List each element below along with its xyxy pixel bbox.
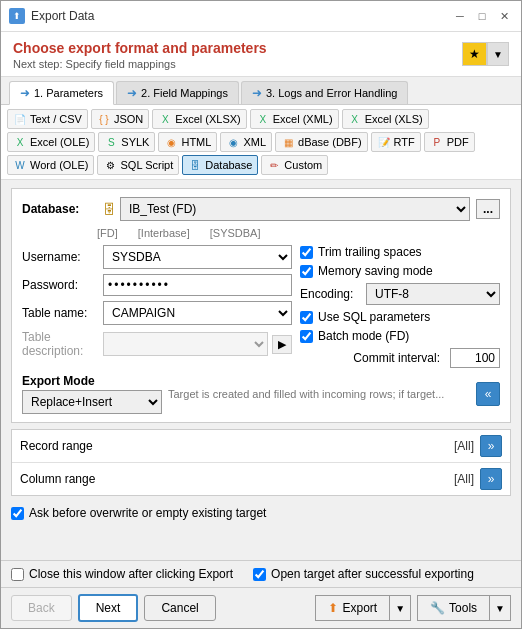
maximize-button[interactable]: □ (473, 7, 491, 25)
format-excel-ole-label: Excel (OLE) (30, 136, 89, 148)
tab-logs[interactable]: ➜ 3. Logs and Error Handling (241, 81, 408, 104)
open-target-checkbox[interactable] (253, 568, 266, 581)
format-excel-xls[interactable]: X Excel (XLS) (342, 109, 429, 129)
column-range-row: Column range [All] » (12, 463, 510, 495)
record-range-label: Record range (20, 439, 454, 453)
rtf-icon: 📝 (377, 135, 391, 149)
json-icon: { } (97, 112, 111, 126)
favorite-dropdown-button[interactable]: ▼ (487, 42, 509, 66)
encoding-select[interactable]: UTF-8 (366, 283, 500, 305)
ask-overwrite-checkbox[interactable] (11, 507, 24, 520)
excel-ole-icon: X (13, 135, 27, 149)
batch-mode-label: Batch mode (FD) (318, 329, 409, 343)
bottom-checkboxes: Close this window after clicking Export … (1, 560, 521, 587)
format-xml-label: XML (243, 136, 266, 148)
db-hint-sysdba: [SYSDBA] (210, 227, 261, 239)
format-json[interactable]: { } JSON (91, 109, 149, 129)
encoding-label: Encoding: (300, 287, 360, 301)
encoding-row: Encoding: UTF-8 (300, 283, 500, 305)
commit-interval-input[interactable] (450, 348, 500, 368)
tab-arrow-icon: ➜ (20, 86, 30, 100)
tab-field-mappings[interactable]: ➜ 2. Field Mappings (116, 81, 239, 104)
xml-icon: ◉ (226, 135, 240, 149)
database-row: Database: 🗄 IB_Test (FD) ... (22, 197, 500, 221)
format-database[interactable]: 🗄 Database (182, 155, 258, 175)
close-button[interactable]: ✕ (495, 7, 513, 25)
tabledesc-select[interactable] (103, 332, 268, 356)
commit-interval-row: Commit interval: (300, 348, 500, 368)
tabledesc-nav-button[interactable]: ▶ (272, 335, 292, 354)
tab-arrow-icon-3: ➜ (252, 86, 262, 100)
tab-field-mappings-label: 2. Field Mappings (141, 87, 228, 99)
commit-interval-label: Commit interval: (300, 351, 444, 365)
export-mode-label: Export Mode (22, 374, 162, 388)
export-label: Export (342, 601, 377, 615)
username-select[interactable]: SYSDBA (103, 245, 292, 269)
database-dots-button[interactable]: ... (476, 199, 500, 219)
tablename-select[interactable]: CAMPAIGN (103, 301, 292, 325)
format-sylk-label: SYLK (121, 136, 149, 148)
tab-logs-label: 3. Logs and Error Handling (266, 87, 397, 99)
export-button-group: ⬆ Export ▼ (315, 595, 411, 621)
favorite-button[interactable]: ★ (462, 42, 487, 66)
header-subtitle: Next step: Specify field mappings (13, 58, 509, 70)
cancel-button[interactable]: Cancel (144, 595, 215, 621)
export-icon: ⬆ (328, 601, 338, 615)
format-xml[interactable]: ◉ XML (220, 132, 272, 152)
format-rtf[interactable]: 📝 RTF (371, 132, 421, 152)
database-icon: 🗄 (188, 158, 202, 172)
database-select[interactable]: IB_Test (FD) (120, 197, 470, 221)
db-hints: [FD] [Interbase] [SYSDBA] (97, 227, 500, 239)
tab-parameters[interactable]: ➜ 1. Parameters (9, 81, 114, 105)
open-target-label: Open target after successful exporting (271, 567, 474, 581)
format-dbase[interactable]: ▦ dBase (DBF) (275, 132, 368, 152)
format-text-csv[interactable]: 📄 Text / CSV (7, 109, 88, 129)
column-range-nav-button[interactable]: » (480, 468, 502, 490)
export-mode-select[interactable]: Replace+Insert (22, 390, 162, 414)
format-excel-xlsx[interactable]: X Excel (XLSX) (152, 109, 246, 129)
close-window-checkbox[interactable] (11, 568, 24, 581)
format-html[interactable]: ◉ HTML (158, 132, 217, 152)
format-word-ole[interactable]: W Word (OLE) (7, 155, 94, 175)
window-title: Export Data (31, 9, 94, 23)
header-section: Choose export format and parameters Next… (1, 32, 521, 77)
batch-mode-checkbox[interactable] (300, 330, 313, 343)
tools-button[interactable]: 🔧 Tools (417, 595, 489, 621)
format-excel-xml[interactable]: X Excel (XML) (250, 109, 339, 129)
minimize-button[interactable]: ─ (451, 7, 469, 25)
next-button[interactable]: Next (78, 594, 139, 622)
column-range-label: Column range (20, 472, 454, 486)
format-sylk[interactable]: S SYLK (98, 132, 155, 152)
two-col-layout: Username: SYSDBA Password: (22, 245, 500, 368)
username-row: Username: SYSDBA (22, 245, 292, 269)
close-window-label: Close this window after clicking Export (29, 567, 233, 581)
excel-xls-icon: X (348, 112, 362, 126)
db-icon: 🗄 (103, 202, 116, 217)
export-button[interactable]: ⬆ Export (315, 595, 389, 621)
format-pdf[interactable]: P PDF (424, 132, 475, 152)
window-icon: ⬆ (9, 8, 25, 24)
trim-trailing-row: Trim trailing spaces (300, 245, 500, 259)
tab-parameters-label: 1. Parameters (34, 87, 103, 99)
export-mode-fast-button[interactable]: « (476, 382, 500, 406)
ranges-section: Record range [All] » Column range [All] … (11, 429, 511, 496)
password-input[interactable] (103, 274, 292, 296)
use-sql-params-checkbox[interactable] (300, 311, 313, 324)
memory-saving-checkbox[interactable] (300, 265, 313, 278)
format-custom[interactable]: ✏ Custom (261, 155, 328, 175)
format-excel-ole[interactable]: X Excel (OLE) (7, 132, 95, 152)
tools-dropdown-button[interactable]: ▼ (489, 595, 511, 621)
format-word-ole-label: Word (OLE) (30, 159, 88, 171)
export-mode-description: Target is created and filled with incomi… (168, 388, 470, 400)
trim-trailing-checkbox[interactable] (300, 246, 313, 259)
tools-icon: 🔧 (430, 601, 445, 615)
format-dbase-label: dBase (DBF) (298, 136, 362, 148)
export-dropdown-button[interactable]: ▼ (389, 595, 411, 621)
memory-saving-row: Memory saving mode (300, 264, 500, 278)
record-range-nav-button[interactable]: » (480, 435, 502, 457)
format-rtf-label: RTF (394, 136, 415, 148)
tools-label: Tools (449, 601, 477, 615)
format-custom-label: Custom (284, 159, 322, 171)
format-sql-script[interactable]: ⚙ SQL Script (97, 155, 179, 175)
tabledesc-row: Table description: ▶ (22, 330, 292, 358)
